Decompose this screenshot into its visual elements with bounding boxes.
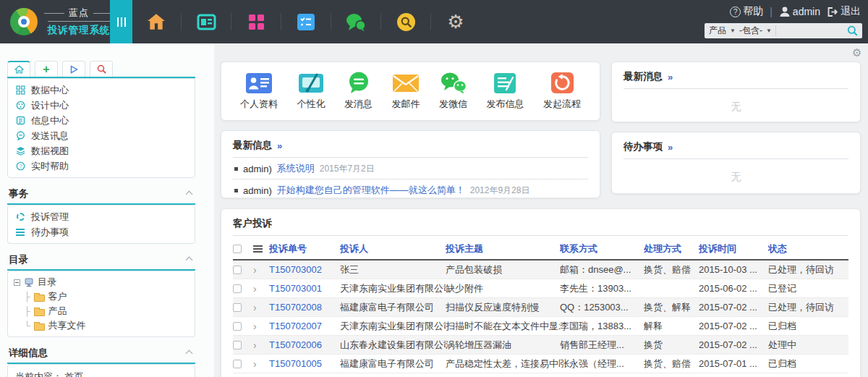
tab-home[interactable] bbox=[7, 61, 30, 77]
complaint-id-link[interactable]: T150701005 bbox=[269, 358, 340, 369]
sidebar-item-send-message[interactable]: 发送讯息 bbox=[8, 128, 195, 143]
expand-row-icon[interactable]: › bbox=[253, 302, 257, 313]
complaint-id-link[interactable]: T150702007 bbox=[269, 321, 340, 331]
expand-row-icon[interactable]: › bbox=[253, 321, 257, 331]
row-checkbox[interactable] bbox=[233, 303, 242, 312]
tree-node-shared-files[interactable]: └ 共享文件 bbox=[8, 318, 195, 333]
user-icon bbox=[779, 6, 791, 17]
complaint-id-link[interactable]: T150702006 bbox=[269, 339, 340, 350]
detail-info-panel: 当前内容： 首页 bbox=[7, 364, 195, 377]
task-list-icon[interactable] bbox=[281, 12, 331, 31]
app-logo[interactable]: 蓝点 投诉管理系统 bbox=[10, 0, 114, 43]
column-header-contact[interactable]: 联系方式 bbox=[560, 242, 644, 255]
magnifier-icon bbox=[97, 64, 106, 74]
left-sidebar: + 数据中心 设计中心 信息中心 发送讯息 bbox=[7, 61, 197, 377]
chevron-down-icon[interactable]: ▼ bbox=[766, 27, 772, 34]
brand-subtitle: 投诉管理系统 bbox=[48, 21, 111, 37]
affairs-panel: 投诉管理 待办事项 bbox=[7, 205, 195, 244]
apps-grid-icon[interactable] bbox=[231, 14, 281, 30]
tab-search[interactable] bbox=[90, 61, 113, 77]
section-detail-header[interactable]: 详细信息 bbox=[7, 347, 195, 364]
complaint-sync-icon bbox=[17, 213, 25, 221]
info-link[interactable]: 开始构建您自己的管理软件——就这么简单！ bbox=[277, 184, 465, 197]
news-icon[interactable] bbox=[182, 14, 231, 30]
shortcut-send-wechat[interactable]: 发微信 bbox=[439, 72, 467, 111]
shortcut-profile[interactable]: 个人资料 bbox=[240, 72, 278, 111]
search-submit-icon[interactable] bbox=[847, 25, 858, 36]
table-row: › T150702007 天津东南实业集团有限公司 扫描时不能在文本文件中显示 … bbox=[233, 317, 848, 336]
content-settings-gear-icon[interactable]: ⚙ bbox=[852, 46, 861, 59]
folder-icon bbox=[34, 323, 45, 331]
send-email-icon bbox=[392, 72, 420, 94]
todo-panel-title: 待办事项 bbox=[624, 140, 663, 153]
home-icon[interactable] bbox=[132, 13, 181, 30]
expand-row-icon[interactable]: › bbox=[253, 359, 257, 369]
sidebar-item-data-view[interactable]: 数据视图 bbox=[8, 143, 195, 158]
column-header-id[interactable]: 投诉单号 bbox=[269, 242, 340, 255]
table-row: › T150703002 张三 产品包装破损 邮箱：dnsee@... 换货、赔… bbox=[233, 260, 848, 279]
help-link[interactable]: ? 帮助 bbox=[730, 5, 763, 18]
info-link[interactable]: 系统说明 bbox=[277, 162, 315, 175]
sidebar-item-design-center[interactable]: 设计中心 bbox=[8, 98, 195, 113]
list-options-icon[interactable] bbox=[253, 245, 263, 253]
expand-row-icon[interactable]: › bbox=[253, 265, 257, 275]
row-checkbox[interactable] bbox=[233, 341, 242, 350]
shortcut-send-email[interactable]: 发邮件 bbox=[392, 72, 420, 111]
row-checkbox[interactable] bbox=[233, 266, 242, 274]
shortcut-send-message[interactable]: 发消息 bbox=[344, 72, 373, 111]
sidebar-item-complaint-manage[interactable]: 投诉管理 bbox=[8, 209, 195, 224]
search-category-select[interactable]: 产品 bbox=[709, 25, 726, 37]
complaint-id-link[interactable]: T150702008 bbox=[269, 302, 340, 313]
column-header-time[interactable]: 投诉时间 bbox=[699, 242, 768, 255]
shortcut-personalize[interactable]: 个性化 bbox=[297, 72, 326, 111]
complaint-id-link[interactable]: T150703002 bbox=[269, 264, 340, 275]
tree-node-customers[interactable]: ├ 客户 bbox=[8, 289, 195, 304]
sidebar-item-data-center[interactable]: 数据中心 bbox=[8, 82, 195, 98]
search-input[interactable] bbox=[780, 25, 843, 37]
chevron-down-icon[interactable]: ▼ bbox=[730, 27, 736, 34]
sidebar-item-todo[interactable]: 待办事项 bbox=[8, 224, 195, 240]
column-header-status[interactable]: 状态 bbox=[768, 242, 848, 255]
username: admin bbox=[793, 6, 820, 17]
expand-row-icon[interactable]: › bbox=[253, 340, 257, 350]
more-arrow-icon[interactable]: » bbox=[277, 140, 282, 151]
search-operator-select[interactable]: -包含- bbox=[739, 25, 762, 37]
collapse-chevron-icon bbox=[186, 256, 193, 263]
logout-link[interactable]: 退出 bbox=[827, 5, 861, 18]
tree-collapse-icon[interactable] bbox=[14, 279, 20, 286]
shortcut-start-flow[interactable]: 发起流程 bbox=[543, 72, 581, 111]
tab-run[interactable] bbox=[62, 61, 85, 77]
table-row: › T150702008 福建康富电子有限公司 扫描仪反应速度特别慢 QQ：12… bbox=[233, 298, 848, 317]
info-list-item: admin) 开始构建您自己的管理软件——就这么简单！ 2012年9月28日 bbox=[233, 179, 588, 200]
select-all-checkbox[interactable] bbox=[233, 245, 242, 253]
section-catalog-header[interactable]: 目录 bbox=[7, 253, 195, 271]
live-help-icon: ? bbox=[15, 161, 25, 171]
collapse-chevron-icon bbox=[186, 350, 193, 357]
empty-placeholder: 无 bbox=[624, 101, 848, 114]
row-checkbox[interactable] bbox=[233, 322, 242, 331]
section-affairs-header[interactable]: 事务 bbox=[7, 187, 195, 205]
column-header-method[interactable]: 处理方式 bbox=[644, 242, 699, 255]
tree-node-products[interactable]: ├ 产品 bbox=[8, 304, 195, 318]
more-arrow-icon[interactable]: » bbox=[668, 142, 673, 153]
user-account[interactable]: admin bbox=[779, 6, 820, 17]
tab-add[interactable]: + bbox=[35, 61, 58, 77]
latest-info-panel: 最新信息 » admin) 系统说明 2015年7月2日 admin) 开始构建… bbox=[221, 130, 600, 198]
column-header-subject[interactable]: 投诉主题 bbox=[446, 242, 560, 255]
settings-gear-icon[interactable]: ⚙ bbox=[431, 12, 480, 31]
sidebar-item-info-center[interactable]: 信息中心 bbox=[8, 113, 195, 128]
column-header-person[interactable]: 投诉人 bbox=[340, 242, 446, 255]
brand-title: 蓝点 bbox=[69, 7, 89, 20]
chat-icon[interactable] bbox=[331, 13, 380, 31]
tree-root-catalog[interactable]: 目录 bbox=[8, 275, 195, 289]
row-checkbox[interactable] bbox=[233, 360, 242, 368]
row-checkbox[interactable] bbox=[233, 284, 242, 293]
expand-row-icon[interactable]: › bbox=[253, 284, 257, 294]
profile-icon bbox=[245, 72, 273, 94]
search-circle-icon[interactable] bbox=[381, 12, 430, 32]
menu-toggle-button[interactable] bbox=[110, 0, 132, 43]
sidebar-item-live-help[interactable]: ? 实时帮助 bbox=[8, 158, 195, 174]
shortcut-publish-info[interactable]: 发布信息 bbox=[487, 72, 524, 111]
more-arrow-icon[interactable]: » bbox=[668, 72, 673, 82]
complaint-id-link[interactable]: T150703001 bbox=[269, 283, 340, 294]
